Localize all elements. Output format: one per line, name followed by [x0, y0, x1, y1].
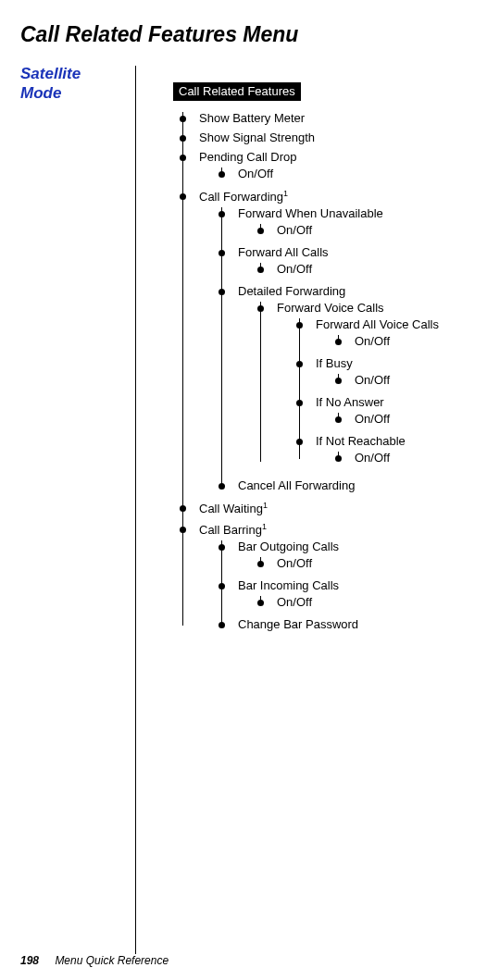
body-row: Satellite Mode Call Related Features Sho…	[20, 64, 467, 954]
label-bar-out: Bar Outgoing Calls	[238, 540, 339, 553]
item-pending-call-drop: Pending Call Drop On/Off	[173, 147, 439, 186]
item-fw-all-voice-onoff: On/Off	[329, 331, 439, 351]
label-call-barring: Call Barring	[199, 523, 262, 537]
item-if-no-answer: If No Answer On/Off	[290, 392, 439, 431]
footnote-1a: 1	[283, 189, 288, 198]
page-title: Call Related Features Menu	[20, 22, 467, 47]
chapter-name: Menu Quick Reference	[55, 954, 169, 967]
mode-label-line2: Mode	[20, 84, 61, 102]
footnote-1c: 1	[262, 522, 267, 531]
label-fw-all-voice: Forward All Voice Calls	[316, 317, 439, 331]
label-bar-in-onoff: On/Off	[277, 595, 312, 609]
item-fw-unavail-onoff: On/Off	[251, 220, 439, 240]
item-fw-voice: Forward Voice Calls Forward All Voice Ca…	[251, 298, 439, 473]
label-if-no-answer: If No Answer	[316, 395, 384, 409]
menu-tree: Call Related Features Show Battery Meter…	[136, 64, 439, 637]
label-if-not-reachable: If Not Reachable	[316, 434, 406, 448]
footer: 198 Menu Quick Reference	[20, 954, 169, 967]
label-bar-out-onoff: On/Off	[277, 556, 312, 570]
menu-header-badge: Call Related Features	[173, 82, 301, 101]
item-call-forwarding: Call Forwarding1 Forward When Unavailabl…	[173, 186, 439, 498]
label-fw-all-onoff: On/Off	[277, 262, 312, 276]
item-if-busy-onoff: On/Off	[329, 370, 439, 390]
item-bar-out: Bar Outgoing Calls On/Off	[212, 537, 439, 576]
label-fw-all-voice-onoff: On/Off	[355, 334, 390, 348]
label-show-signal: Show Signal Strength	[199, 130, 315, 144]
item-detailed-fw: Detailed Forwarding Forward Voice Calls …	[212, 281, 439, 476]
label-detailed-fw: Detailed Forwarding	[238, 284, 345, 298]
item-show-battery: Show Battery Meter	[173, 108, 439, 128]
item-fw-unavailable: Forward When Unavailable On/Off	[212, 204, 439, 242]
label-call-forwarding: Call Forwarding	[199, 190, 283, 204]
label-if-no-answer-onoff: On/Off	[355, 412, 390, 426]
label-if-busy: If Busy	[316, 356, 353, 370]
item-change-bar-pw: Change Bar Password	[212, 614, 439, 634]
item-fw-all: Forward All Calls On/Off	[212, 242, 439, 281]
label-fw-voice: Forward Voice Calls	[277, 301, 384, 315]
label-fw-all: Forward All Calls	[238, 245, 329, 259]
label-call-waiting: Call Waiting	[199, 502, 263, 516]
label-fw-unavailable: Forward When Unavailable	[238, 206, 383, 220]
item-cancel-all-fw: Cancel All Forwarding	[212, 476, 439, 495]
item-if-not-reachable: If Not Reachable On/Off	[290, 431, 439, 470]
item-fw-all-voice: Forward All Voice Calls On/Off	[290, 315, 439, 354]
mode-label-line1: Satellite	[20, 65, 81, 82]
menu-root: Show Battery Meter Show Signal Strength …	[173, 108, 439, 637]
item-if-busy: If Busy On/Off	[290, 354, 439, 392]
label-pending-call-drop: Pending Call Drop	[199, 150, 297, 164]
item-call-waiting: Call Waiting1	[173, 498, 439, 518]
page-number: 198	[20, 954, 39, 967]
item-if-no-answer-onoff: On/Off	[329, 409, 439, 428]
item-fw-all-onoff: On/Off	[251, 259, 439, 279]
label-cancel-all-fw: Cancel All Forwarding	[238, 478, 355, 492]
page: Call Related Features Menu Satellite Mod…	[0, 0, 487, 980]
item-if-not-reachable-onoff: On/Off	[329, 448, 439, 467]
label-show-battery: Show Battery Meter	[199, 111, 305, 125]
item-bar-in-onoff: On/Off	[251, 592, 439, 612]
item-pending-onoff: On/Off	[212, 164, 439, 183]
label-change-bar-pw: Change Bar Password	[238, 617, 358, 631]
label-fw-unavail-onoff: On/Off	[277, 223, 312, 237]
item-call-barring: Call Barring1 Bar Outgoing Calls On/Off …	[173, 519, 439, 637]
label-if-busy-onoff: On/Off	[355, 373, 390, 387]
item-bar-out-onoff: On/Off	[251, 553, 439, 573]
item-bar-in: Bar Incoming Calls On/Off	[212, 576, 439, 614]
mode-label: Satellite Mode	[20, 64, 135, 104]
footnote-1b: 1	[263, 501, 268, 510]
label-pending-onoff: On/Off	[238, 167, 273, 180]
label-if-not-reachable-onoff: On/Off	[355, 451, 390, 465]
label-bar-in: Bar Incoming Calls	[238, 578, 339, 592]
item-show-signal: Show Signal Strength	[173, 128, 439, 147]
